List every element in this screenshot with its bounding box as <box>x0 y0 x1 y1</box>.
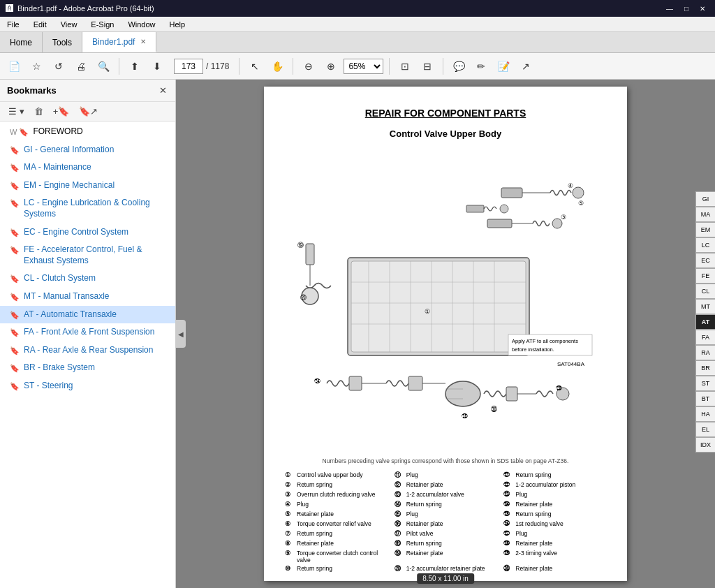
side-tab-bt[interactable]: BT <box>695 391 715 406</box>
close-btn[interactable]: ✕ <box>695 5 709 13</box>
bookmark-fe[interactable]: 🔖 FE - Accelerator Control, Fuel & Exhau… <box>0 241 175 270</box>
bookmark-br[interactable]: 🔖 BR - Brake System <box>0 359 175 377</box>
search-btn[interactable]: 🔍 <box>94 57 113 76</box>
window-controls[interactable]: — □ ✕ <box>662 5 709 13</box>
part-19: ⑲ Retainer plate <box>395 550 497 564</box>
part-12: ⑫ Retainer plate <box>395 481 497 490</box>
menu-edit[interactable]: Edit <box>31 19 50 30</box>
side-tab-ec[interactable]: EC <box>695 253 715 268</box>
menu-window[interactable]: Window <box>125 19 158 30</box>
side-tab-gi[interactable]: GI <box>695 191 715 207</box>
bookmark-label-st: ST - Steering <box>24 381 73 392</box>
menu-view[interactable]: View <box>58 19 80 30</box>
side-tab-ha[interactable]: HA <box>695 406 715 422</box>
side-tab-ma[interactable]: MA <box>695 207 715 222</box>
page-size-label: 8.50 x 11.00 in <box>417 573 474 584</box>
page-number-input[interactable] <box>174 59 203 74</box>
minimize-btn[interactable]: — <box>662 5 677 13</box>
bookmark-mt[interactable]: 🔖 MT - Manual Transaxle <box>0 288 175 306</box>
side-tab-fa[interactable]: FA <box>695 330 715 345</box>
fit-page-btn[interactable]: ⊡ <box>395 57 415 76</box>
tab-home[interactable]: Home <box>0 32 43 52</box>
bookmark-fa[interactable]: 🔖 FA - Front Axle & Front Suspension <box>0 323 175 341</box>
menu-help[interactable]: Help <box>167 19 189 30</box>
sidebar-add-btn[interactable]: +🔖 <box>50 105 73 118</box>
svg-text:③: ③ <box>561 214 566 221</box>
select-tool-btn[interactable]: ↖ <box>245 57 265 76</box>
svg-text:㉙: ㉙ <box>556 385 562 392</box>
side-tab-el[interactable]: EL <box>695 422 715 437</box>
sidebar-collapse-handle[interactable]: ◀ <box>176 320 186 348</box>
menu-esign[interactable]: E-Sign <box>88 19 117 30</box>
create-btn[interactable]: 📄 <box>4 57 24 76</box>
print-btn[interactable]: 🖨 <box>71 57 91 76</box>
sidebar-menu-btn[interactable]: ☰ ▾ <box>6 105 27 118</box>
bookmark-icon-ra: 🔖 <box>10 346 20 355</box>
bookmark-icon-st: 🔖 <box>10 381 20 391</box>
layout-btn[interactable]: ⊟ <box>418 57 437 76</box>
menu-bar: File Edit View E-Sign Window Help <box>0 17 715 32</box>
tab-document[interactable]: Binder1.pdf ✕ <box>82 32 156 52</box>
maximize-btn[interactable]: □ <box>680 5 693 13</box>
menu-file[interactable]: File <box>4 19 22 30</box>
bookmark-lc[interactable]: 🔖 LC - Engine Lubrication & Cooling Syst… <box>0 194 175 223</box>
bookmark-icon-at: 🔖 <box>10 310 20 320</box>
sidebar-close-btn[interactable]: ✕ <box>158 84 168 97</box>
bookmark-gi[interactable]: 🔖 GI - General Information <box>0 141 175 159</box>
side-tab-mt[interactable]: MT <box>695 299 715 314</box>
side-tab-em[interactable]: EM <box>695 222 715 237</box>
side-tab-cl[interactable]: CL <box>695 284 715 299</box>
bookmark-icon-mt: 🔖 <box>10 292 20 302</box>
side-tab-fe[interactable]: FE <box>695 268 715 284</box>
side-tab-idx[interactable]: IDX <box>695 437 715 453</box>
bookmark-icon-lc: 🔖 <box>10 198 20 208</box>
tab-close-btn[interactable]: ✕ <box>140 38 146 45</box>
back-btn[interactable]: ↺ <box>49 57 68 76</box>
zoom-in-btn[interactable]: ⊕ <box>321 57 341 76</box>
part-10: ⑩ Return spring <box>285 565 388 573</box>
bookmark-ec[interactable]: 🔖 EC - Engine Control System <box>0 223 175 242</box>
bookmark-label-ma: MA - Maintenance <box>24 162 91 173</box>
zoom-select[interactable]: 50% 65% 75% 100% 125% 150% <box>344 59 383 74</box>
bookmark-foreword[interactable]: W 🔖 FOREWORD <box>0 123 175 141</box>
side-tab-br[interactable]: BR <box>695 360 715 376</box>
next-page-btn[interactable]: ⬇ <box>147 57 167 76</box>
side-tab-ra[interactable]: RA <box>695 345 715 360</box>
part-30: ㉚ Retainer plate <box>503 565 606 573</box>
part-7: ⑦ Return spring <box>285 530 388 538</box>
comment-btn[interactable]: 💬 <box>449 57 469 76</box>
bookmark-label-fa: FA - Front Axle & Front Suspension <box>24 327 154 338</box>
side-tab-at[interactable]: AT <box>695 314 715 330</box>
sidebar-expand-btn[interactable]: 🔖↗ <box>76 105 101 118</box>
tab-tools[interactable]: Tools <box>43 32 82 52</box>
svg-text:⑲: ⑲ <box>297 242 304 249</box>
hand-tool-btn[interactable]: ✋ <box>267 57 287 76</box>
part-25: ㉕ Return spring <box>503 510 606 519</box>
bookmark-at[interactable]: 🔖 AT - Automatic Transaxle <box>0 306 175 324</box>
side-tab-st[interactable]: ST <box>695 376 715 391</box>
bookmark-icon-br: 🔖 <box>10 363 20 373</box>
bookmark-ma[interactable]: 🔖 MA - Maintenance <box>0 159 175 177</box>
diagram-caption: Numbers preceding valve springs correspo… <box>285 457 606 464</box>
separator-4 <box>389 58 390 75</box>
bookmark-btn[interactable]: ☆ <box>27 57 46 76</box>
pdf-area: REPAIR FOR COMPONENT PARTS Control Valve… <box>176 80 715 588</box>
bookmark-em[interactable]: 🔖 EM - Engine Mechanical <box>0 177 175 195</box>
bookmark-st[interactable]: 🔖 ST - Steering <box>0 377 175 395</box>
pen-btn[interactable]: ✏ <box>471 57 491 76</box>
svg-point-27 <box>445 381 480 406</box>
sidebar-delete-btn[interactable]: 🗑 <box>31 105 46 118</box>
bookmark-ra[interactable]: 🔖 RA - Rear Axle & Rear Suspension <box>0 341 175 360</box>
zoom-out-btn[interactable]: ⊖ <box>299 57 318 76</box>
separator-5 <box>443 58 443 75</box>
bookmark-cl[interactable]: 🔖 CL - Clutch System <box>0 270 175 288</box>
prev-page-btn[interactable]: ⬆ <box>125 57 145 76</box>
share-btn[interactable]: ↗ <box>516 57 536 76</box>
page-total: / 1178 <box>206 61 229 71</box>
sidebar-toolbar: ☰ ▾ 🗑 +🔖 🔖↗ <box>0 102 175 122</box>
pdf-page-title: REPAIR FOR COMPONENT PARTS <box>285 108 606 119</box>
side-tab-lc[interactable]: LC <box>695 237 715 253</box>
highlight-btn[interactable]: 📝 <box>494 57 513 76</box>
svg-text:④: ④ <box>568 182 573 189</box>
part-26: ㉖ 1st reducing valve <box>503 520 606 529</box>
